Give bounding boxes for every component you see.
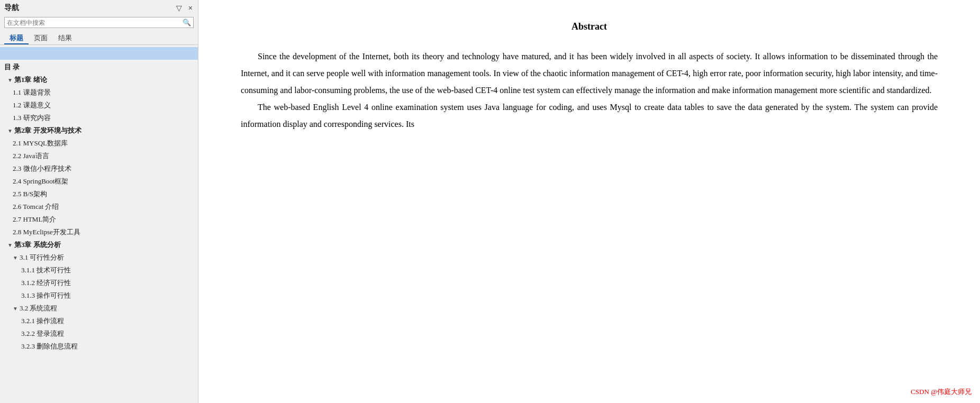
- toc-selected-bar: [0, 47, 198, 60]
- toc-item-2-8[interactable]: 2.8 MyEclipse开发工具: [0, 226, 198, 239]
- toc-item-2-3[interactable]: 2.3 微信小程序技术: [0, 162, 198, 175]
- paragraph-1: Since the development of the Internet, b…: [241, 48, 938, 99]
- toc-item-3-1-1[interactable]: 3.1.1 技术可行性: [0, 264, 198, 277]
- sidebar: 导航 ▽ × 🔍 标题 页面 结果 目 录 ▼第1章 绪论 1.1 课题背景 1…: [0, 0, 198, 403]
- triangle-icon: ▼: [7, 77, 13, 83]
- toc-item-ch2[interactable]: ▼第2章 开发环境与技术: [0, 124, 198, 137]
- toc-item-3-1[interactable]: ▼3.1 可行性分析: [0, 251, 198, 264]
- toc-item-1-1[interactable]: 1.1 课题背景: [0, 86, 198, 99]
- nav-tabs: 标题 页面 结果: [0, 31, 198, 45]
- toc-item-1-3[interactable]: 1.3 研究内容: [0, 112, 198, 124]
- close-button[interactable]: ×: [187, 4, 194, 12]
- sidebar-title: 导航: [4, 3, 19, 13]
- toc-list: 目 录 ▼第1章 绪论 1.1 课题背景 1.2 课题意义 1.3 研究内容 ▼…: [0, 45, 198, 403]
- tab-headings[interactable]: 标题: [4, 31, 29, 44]
- search-input[interactable]: [7, 19, 183, 26]
- toc-item-3-2-3[interactable]: 3.2.3 删除信息流程: [0, 340, 198, 353]
- toc-item-3-1-2[interactable]: 3.1.2 经济可行性: [0, 277, 198, 289]
- toc-item-3-1-3[interactable]: 3.1.3 操作可行性: [0, 289, 198, 302]
- toc-item-1-2[interactable]: 1.2 课题意义: [0, 99, 198, 112]
- triangle-icon-3-2: ▼: [13, 306, 18, 312]
- toc-item-3-2-2[interactable]: 3.2.2 登录流程: [0, 327, 198, 340]
- sidebar-header: 导航 ▽ ×: [0, 0, 198, 15]
- toc-item-3-2[interactable]: ▼3.2 系统流程: [0, 302, 198, 315]
- paragraph-2: The web-based English Level 4 online exa…: [241, 99, 938, 133]
- toc-item-ch1[interactable]: ▼第1章 绪论: [0, 74, 198, 86]
- toc-item-2-2[interactable]: 2.2 Java语言: [0, 150, 198, 162]
- search-bar: 🔍: [4, 17, 194, 28]
- doc-body: Since the development of the Internet, b…: [241, 48, 938, 133]
- tab-pages[interactable]: 页面: [29, 31, 53, 44]
- main-content: Abstract Since the development of the In…: [198, 0, 980, 403]
- toc-item-3-2-1[interactable]: 3.2.1 操作流程: [0, 315, 198, 327]
- toc-item-ch3[interactable]: ▼第3章 系统分析: [0, 239, 198, 251]
- tab-results[interactable]: 结果: [53, 31, 77, 44]
- toc-item-mulu[interactable]: 目 录: [0, 61, 198, 74]
- toc-item-2-7[interactable]: 2.7 HTML简介: [0, 213, 198, 226]
- collapse-button[interactable]: ▽: [175, 4, 183, 12]
- abstract-title: Abstract: [241, 21, 938, 32]
- search-button[interactable]: 🔍: [183, 19, 191, 26]
- toc-item-2-6[interactable]: 2.6 Tomcat 介绍: [0, 200, 198, 213]
- toc-item-2-5[interactable]: 2.5 B/S架构: [0, 188, 198, 200]
- toc-item-2-4[interactable]: 2.4 SpringBoot框架: [0, 175, 198, 188]
- triangle-icon-3: ▼: [7, 242, 13, 248]
- triangle-icon-3-1: ▼: [13, 255, 18, 261]
- triangle-icon-2: ▼: [7, 128, 13, 134]
- toc-item-2-1[interactable]: 2.1 MYSQL数据库: [0, 137, 198, 150]
- sidebar-controls: ▽ ×: [175, 4, 194, 12]
